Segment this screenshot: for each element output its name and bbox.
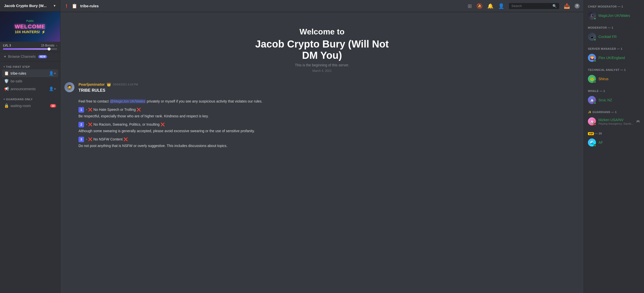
- channel-name-waiting-room: waiting-room: [11, 104, 49, 108]
- mention-magicjon[interactable]: @MagicJon UK/Wales: [110, 99, 146, 103]
- main-content: ❗ 📋 tribe-rules ⊞ 🔕 🔔 👤 Search 🔍 📥 ? Wel…: [60, 0, 584, 293]
- flex-info: Flex UK/England: [598, 56, 640, 60]
- channel-be-safe[interactable]: 🛡️ be-safe: [2, 77, 58, 85]
- message-header: Pearljaminator 👑 03/04/2021 4:19 PM: [78, 82, 580, 86]
- channel-waiting-room[interactable]: 🔒 waiting-room 10: [2, 102, 58, 110]
- rule-1-badge: 1: [78, 107, 84, 113]
- avatar-shirus: 🐸: [588, 75, 596, 83]
- topbar-red-indicator: ❗: [64, 4, 69, 8]
- rule-3-desc: Do not post anything that is NSFW or ove…: [78, 143, 580, 149]
- add-member-icon[interactable]: 👤+: [49, 71, 56, 76]
- inbox-icon[interactable]: 📥: [564, 3, 570, 9]
- rule-2-title: No Racism, Swearing, Politics, or Insult…: [93, 122, 159, 126]
- member-name-scul: ScuL NZ: [598, 98, 640, 102]
- member-flex[interactable]: 🌄 Flex UK/England: [586, 52, 642, 63]
- member-cocktail[interactable]: 📱 Cocktail FR: [586, 31, 642, 42]
- server-header[interactable]: Jacob Crypto Bury (W... ▼: [0, 0, 60, 12]
- channel-announcements[interactable]: 📢 announcements 👤+: [2, 85, 58, 93]
- browse-new-badge: NEW: [38, 55, 47, 58]
- member-name-cocktail: Cocktail FR: [598, 35, 640, 39]
- rule-2-badge: 2: [78, 122, 84, 127]
- member-name-flex: Flex UK/England: [598, 56, 640, 60]
- member-name-magicjon: MagicJon UK/Wales: [598, 14, 640, 18]
- member-scul[interactable]: 🏔️ ScuL NZ: [586, 94, 642, 106]
- member-af[interactable]: 🌊 AF: [586, 137, 642, 148]
- boost-progress-bar: [3, 48, 57, 50]
- browse-channels-label: Browse Channels: [8, 55, 36, 59]
- topbar-channel-hashtag: 📋: [72, 3, 77, 9]
- dnd-status-blizken: [594, 123, 596, 126]
- channel-icon-waiting-room: 🔒: [4, 103, 9, 108]
- chief-moderator-title: CHIEF MODERATOR — 1: [586, 4, 642, 9]
- avatar-blizken: 🏔️: [588, 117, 596, 125]
- rule-2-header: 2 - ❌ No Racism, Swearing, Politics, or …: [78, 122, 580, 127]
- online-status-magicjon: [594, 17, 596, 20]
- rule-1-title: No Hate Speech or Trolling: [93, 108, 136, 112]
- channel-tribe-rules[interactable]: 📋 tribe-rules 👤+: [2, 69, 58, 77]
- online-status-scul: [594, 102, 596, 104]
- message-content-pearljaminator: Pearljaminator 👑 03/04/2021 4:19 PM TRIB…: [78, 82, 580, 152]
- search-bar[interactable]: Search 🔍: [509, 3, 559, 9]
- server-dropdown-arrow: ▼: [53, 4, 56, 8]
- rule-2: 2 - ❌ No Racism, Swearing, Politics, or …: [78, 122, 580, 134]
- welcome-line1: Welcome to: [65, 27, 579, 36]
- member-group-chief-moderator: CHIEF MODERATOR — 1 🎩 MagicJon UK/Wales: [586, 4, 642, 21]
- first-step-header[interactable]: ▾ THE FIRST STEP: [2, 65, 58, 68]
- member-group-moderator: MODERATOR — 1 📱 Cocktail FR: [586, 25, 642, 42]
- banner-welcome: WELCOME: [15, 23, 46, 30]
- channel-name-announcements: announcements: [11, 87, 47, 91]
- first-step-section: ▾ THE FIRST STEP 📋 tribe-rules 👤+ 🛡️ be-…: [0, 61, 60, 94]
- messages-area[interactable]: Welcome to Jacob Crypto Bury (Will Not D…: [60, 12, 584, 293]
- avatar-flex: 🌄: [588, 54, 596, 62]
- section-arrow-icon: ▾: [4, 66, 5, 68]
- member-magicjon[interactable]: 🎩 MagicJon UK/Wales: [586, 10, 642, 21]
- member-shirus[interactable]: 🐸 Shirus: [586, 73, 642, 84]
- members-icon[interactable]: 👤: [498, 3, 504, 9]
- blizken-status: Playing Insurgency: Sands...: [598, 122, 634, 125]
- browse-channels-button[interactable]: ✦ Browse Channels NEW: [0, 52, 60, 61]
- help-icon[interactable]: ?: [575, 4, 580, 9]
- message-group-pearljaminator: 🧔 Pearljaminator 👑 03/04/2021 4:19 PM TR…: [60, 80, 584, 154]
- scul-info: ScuL NZ: [598, 98, 640, 102]
- member-name-shirus: Shirus: [598, 77, 640, 81]
- boost-count: 15 Boosts ›: [41, 44, 57, 47]
- member-blizken[interactable]: 🏔️ blizken USA/NV Playing Insurgency: Sa…: [586, 116, 642, 127]
- add-member-announcements-icon[interactable]: 👤+: [49, 86, 56, 91]
- magicjon-info: MagicJon UK/Wales: [598, 14, 640, 18]
- channel-welcome: Welcome to Jacob Crypto Bury (Will Not D…: [60, 17, 584, 80]
- intro2-text: privately or myself if you see any suspi…: [147, 99, 262, 103]
- technical-analyst-title: TECHNICAL ANALYST — 1: [586, 67, 642, 72]
- waiting-room-badge: 10: [50, 104, 56, 108]
- rule-3: 3 - ❌ No NSFW Content ❌ Do not post anyt…: [78, 137, 580, 149]
- boost-progress-thumb: [48, 47, 51, 51]
- blizken-info: blizken USA/NV Playing Insurgency: Sands…: [598, 118, 634, 125]
- public-badge: Public: [26, 20, 34, 22]
- notification-icon[interactable]: 🔔: [487, 3, 494, 9]
- search-icon: 🔍: [552, 4, 557, 8]
- member-name-af: AF: [598, 140, 640, 144]
- channel-topbar: ❗ 📋 tribe-rules ⊞ 🔕 🔔 👤 Search 🔍 📥 ?: [60, 0, 584, 12]
- guardians-title: ✨ GUARDIANS — 1: [586, 110, 642, 115]
- guardians-only-header[interactable]: ▾ GUARDIANS ONLY: [2, 98, 58, 101]
- channel-icon-tribe-rules: 📋: [4, 71, 9, 76]
- mute-icon[interactable]: 🔕: [476, 3, 483, 9]
- sidebar: Jacob Crypto Bury (W... ▼ Public WELCOME…: [0, 0, 60, 293]
- server-manager-title: SERVER MANAGER — 1: [586, 46, 642, 51]
- moderator-title: MODERATOR — 1: [586, 25, 642, 30]
- hashtag-icon[interactable]: ⊞: [468, 3, 472, 9]
- online-status-cocktail: [594, 38, 596, 41]
- level-text: LVL 3: [3, 44, 11, 47]
- avatar-pearljaminator: 🧔: [64, 82, 74, 92]
- avatar-magicjon: 🎩: [588, 12, 596, 20]
- shirus-info: Shirus: [598, 77, 640, 81]
- vip-title: VIP — 26: [586, 131, 642, 136]
- guardians-only-section: ▾ GUARDIANS ONLY 🔒 waiting-room 10: [0, 94, 60, 111]
- member-group-technical-analyst: TECHNICAL ANALYST — 1 🐸 Shirus: [586, 67, 642, 84]
- topbar-channel-name: tribe-rules: [80, 4, 99, 8]
- message-body: TRIBE RULES Feel free to contact @MagicJ…: [78, 87, 580, 104]
- member-group-vip: VIP — 26 🌊 AF: [586, 131, 642, 148]
- tribe-rules-title: TRIBE RULES: [78, 87, 580, 93]
- server-name: Jacob Crypto Bury (W...: [4, 4, 47, 8]
- boost-progress-fill: [3, 48, 49, 50]
- rule-2-desc: Although some swearing is generally acce…: [78, 128, 580, 134]
